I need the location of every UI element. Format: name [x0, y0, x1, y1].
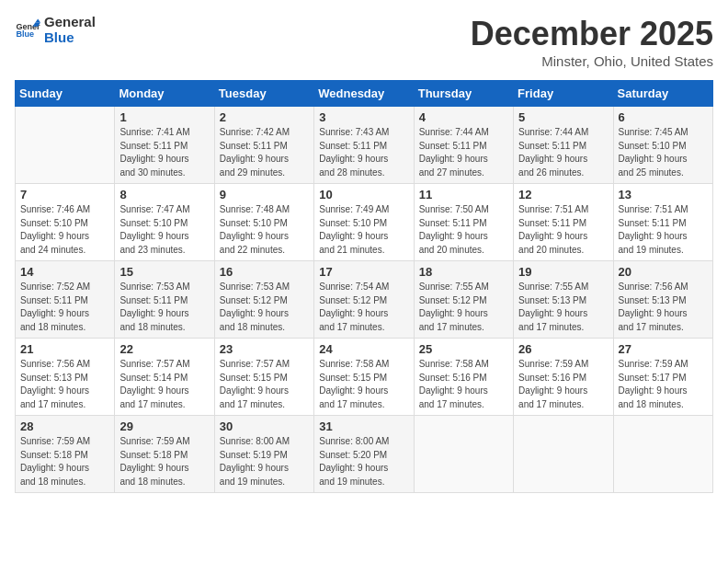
- calendar-cell: 13Sunrise: 7:51 AMSunset: 5:11 PMDayligh…: [613, 184, 712, 261]
- day-number: 20: [619, 265, 708, 279]
- calendar-cell: 29Sunrise: 7:59 AMSunset: 5:18 PMDayligh…: [115, 416, 214, 493]
- day-number: 23: [220, 342, 309, 356]
- weekday-friday: Friday: [514, 81, 613, 107]
- day-number: 12: [518, 188, 608, 201]
- title-area: December 2025 Minster, Ohio, United Stat…: [471, 15, 713, 69]
- calendar-cell: 30Sunrise: 8:00 AMSunset: 5:19 PMDayligh…: [214, 416, 313, 493]
- day-info: Sunrise: 7:48 AMSunset: 5:10 PMDaylight:…: [220, 203, 309, 257]
- day-info: Sunrise: 7:59 AMSunset: 5:17 PMDaylight:…: [619, 358, 708, 411]
- calendar-cell: 3Sunrise: 7:43 AMSunset: 5:11 PMDaylight…: [314, 107, 414, 184]
- calendar-cell: 15Sunrise: 7:53 AMSunset: 5:11 PMDayligh…: [115, 261, 214, 339]
- day-info: Sunrise: 7:51 AMSunset: 5:11 PMDaylight:…: [619, 203, 708, 257]
- day-number: 1: [119, 110, 209, 124]
- day-number: 13: [619, 188, 708, 201]
- day-info: Sunrise: 7:50 AMSunset: 5:11 PMDaylight:…: [419, 203, 508, 257]
- calendar-cell: 22Sunrise: 7:57 AMSunset: 5:14 PMDayligh…: [115, 339, 214, 416]
- calendar-cell: 11Sunrise: 7:50 AMSunset: 5:11 PMDayligh…: [414, 184, 513, 261]
- day-info: Sunrise: 7:57 AMSunset: 5:15 PMDaylight:…: [220, 358, 309, 411]
- calendar-cell: 1Sunrise: 7:41 AMSunset: 5:11 PMDaylight…: [115, 107, 214, 184]
- day-number: 16: [220, 265, 309, 279]
- day-info: Sunrise: 7:45 AMSunset: 5:10 PMDaylight:…: [619, 126, 708, 179]
- day-info: Sunrise: 7:49 AMSunset: 5:10 PMDaylight:…: [319, 203, 408, 257]
- day-info: Sunrise: 7:56 AMSunset: 5:13 PMDaylight:…: [20, 358, 109, 411]
- calendar-week-5: 28Sunrise: 7:59 AMSunset: 5:18 PMDayligh…: [16, 416, 713, 493]
- day-info: Sunrise: 7:47 AMSunset: 5:10 PMDaylight:…: [119, 203, 209, 257]
- day-info: Sunrise: 8:00 AMSunset: 5:19 PMDaylight:…: [220, 435, 309, 488]
- location-title: Minster, Ohio, United States: [471, 53, 713, 69]
- day-number: 5: [518, 110, 608, 124]
- weekday-saturday: Saturday: [613, 81, 712, 107]
- weekday-monday: Monday: [115, 81, 214, 107]
- logo: General Blue General Blue: [15, 15, 96, 45]
- weekday-header-row: SundayMondayTuesdayWednesdayThursdayFrid…: [16, 81, 713, 107]
- day-number: 22: [119, 342, 209, 356]
- day-info: Sunrise: 7:57 AMSunset: 5:14 PMDaylight:…: [119, 358, 209, 411]
- day-number: 11: [419, 188, 508, 201]
- day-info: Sunrise: 7:44 AMSunset: 5:11 PMDaylight:…: [518, 126, 608, 179]
- calendar-cell: 14Sunrise: 7:52 AMSunset: 5:11 PMDayligh…: [16, 261, 115, 339]
- day-info: Sunrise: 7:52 AMSunset: 5:11 PMDaylight:…: [20, 281, 109, 334]
- weekday-sunday: Sunday: [16, 81, 115, 107]
- day-info: Sunrise: 7:41 AMSunset: 5:11 PMDaylight:…: [119, 126, 209, 179]
- day-number: 17: [319, 265, 408, 279]
- calendar-week-1: 1Sunrise: 7:41 AMSunset: 5:11 PMDaylight…: [16, 107, 713, 184]
- svg-text:Blue: Blue: [16, 29, 34, 39]
- day-info: Sunrise: 7:58 AMSunset: 5:16 PMDaylight:…: [419, 358, 508, 411]
- day-number: 8: [119, 188, 209, 201]
- day-info: Sunrise: 7:42 AMSunset: 5:11 PMDaylight:…: [220, 126, 309, 179]
- day-info: Sunrise: 7:44 AMSunset: 5:11 PMDaylight:…: [419, 126, 508, 179]
- page-header: General Blue General Blue December 2025 …: [15, 15, 713, 69]
- day-info: Sunrise: 7:46 AMSunset: 5:10 PMDaylight:…: [20, 203, 109, 257]
- calendar-cell: 5Sunrise: 7:44 AMSunset: 5:11 PMDaylight…: [514, 107, 613, 184]
- calendar-cell: 9Sunrise: 7:48 AMSunset: 5:10 PMDaylight…: [214, 184, 313, 261]
- day-number: 15: [119, 265, 209, 279]
- calendar-cell: 23Sunrise: 7:57 AMSunset: 5:15 PMDayligh…: [214, 339, 313, 416]
- day-number: 30: [220, 419, 309, 433]
- day-number: 26: [518, 342, 608, 356]
- calendar-cell: 12Sunrise: 7:51 AMSunset: 5:11 PMDayligh…: [514, 184, 613, 261]
- day-number: 10: [319, 188, 408, 201]
- day-number: 9: [220, 188, 309, 201]
- day-info: Sunrise: 7:51 AMSunset: 5:11 PMDaylight:…: [518, 203, 608, 257]
- day-info: Sunrise: 7:59 AMSunset: 5:18 PMDaylight:…: [20, 435, 109, 488]
- day-info: Sunrise: 7:59 AMSunset: 5:18 PMDaylight:…: [119, 435, 209, 488]
- calendar-cell: 18Sunrise: 7:55 AMSunset: 5:12 PMDayligh…: [414, 261, 513, 339]
- calendar-cell: 19Sunrise: 7:55 AMSunset: 5:13 PMDayligh…: [514, 261, 613, 339]
- calendar-cell: 27Sunrise: 7:59 AMSunset: 5:17 PMDayligh…: [613, 339, 712, 416]
- day-info: Sunrise: 7:55 AMSunset: 5:13 PMDaylight:…: [518, 281, 608, 334]
- logo-icon: General Blue: [15, 17, 40, 43]
- day-number: 21: [20, 342, 109, 356]
- day-number: 4: [419, 110, 508, 124]
- day-number: 31: [319, 419, 408, 433]
- weekday-tuesday: Tuesday: [214, 81, 313, 107]
- calendar-cell: 7Sunrise: 7:46 AMSunset: 5:10 PMDaylight…: [16, 184, 115, 261]
- day-number: 2: [220, 110, 309, 124]
- calendar-cell: [414, 416, 513, 493]
- calendar-week-3: 14Sunrise: 7:52 AMSunset: 5:11 PMDayligh…: [16, 261, 713, 339]
- calendar-table: SundayMondayTuesdayWednesdayThursdayFrid…: [15, 80, 713, 493]
- calendar-cell: 6Sunrise: 7:45 AMSunset: 5:10 PMDaylight…: [613, 107, 712, 184]
- svg-marker-2: [35, 18, 40, 22]
- day-number: 19: [518, 265, 608, 279]
- calendar-week-4: 21Sunrise: 7:56 AMSunset: 5:13 PMDayligh…: [16, 339, 713, 416]
- logo-general: General: [44, 15, 96, 30]
- calendar-cell: [16, 107, 115, 184]
- day-number: 29: [119, 419, 209, 433]
- month-title: December 2025: [471, 15, 713, 53]
- day-number: 24: [319, 342, 408, 356]
- calendar-cell: 4Sunrise: 7:44 AMSunset: 5:11 PMDaylight…: [414, 107, 513, 184]
- day-info: Sunrise: 7:56 AMSunset: 5:13 PMDaylight:…: [619, 281, 708, 334]
- day-number: 28: [20, 419, 109, 433]
- calendar-cell: 25Sunrise: 7:58 AMSunset: 5:16 PMDayligh…: [414, 339, 513, 416]
- calendar-cell: 2Sunrise: 7:42 AMSunset: 5:11 PMDaylight…: [214, 107, 313, 184]
- calendar-cell: [613, 416, 712, 493]
- day-number: 27: [619, 342, 708, 356]
- calendar-cell: 16Sunrise: 7:53 AMSunset: 5:12 PMDayligh…: [214, 261, 313, 339]
- calendar-cell: 8Sunrise: 7:47 AMSunset: 5:10 PMDaylight…: [115, 184, 214, 261]
- calendar-cell: 10Sunrise: 7:49 AMSunset: 5:10 PMDayligh…: [314, 184, 414, 261]
- weekday-thursday: Thursday: [414, 81, 513, 107]
- day-number: 14: [20, 265, 109, 279]
- calendar-cell: 21Sunrise: 7:56 AMSunset: 5:13 PMDayligh…: [16, 339, 115, 416]
- day-number: 25: [419, 342, 508, 356]
- calendar-week-2: 7Sunrise: 7:46 AMSunset: 5:10 PMDaylight…: [16, 184, 713, 261]
